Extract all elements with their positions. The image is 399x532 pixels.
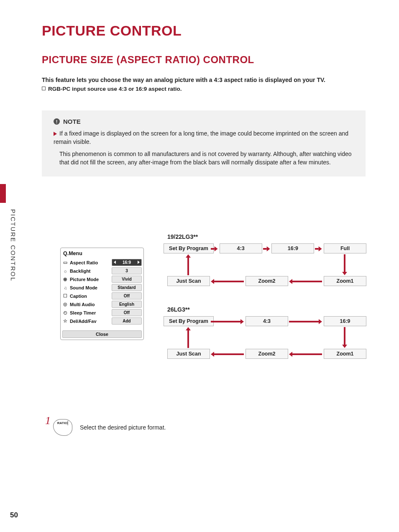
qmenu-row-value: 3 [112,267,142,274]
intro-text: This feature lets you choose the way an … [42,77,366,83]
page-title: PICTURE CONTROL [42,23,366,39]
qmenu-row-value: English [112,301,142,308]
eye-icon: ◉ [62,277,68,282]
qmenu-row[interactable]: ☐CaptionOff [62,292,142,299]
fav-icon: ☆ [62,319,68,324]
vertical-section-label: PICTURE CONTROL [10,209,17,281]
arrow-right-icon [211,319,244,324]
audio-icon: ◎ [62,302,68,307]
svg-marker-21 [289,352,292,357]
qmenu-row[interactable]: ⏲Sleep TimerOff [62,309,142,316]
flow-box: Zoom1 [324,276,366,286]
svg-marker-17 [319,319,322,324]
flow-box: Zoom2 [246,349,288,359]
arrow-right-icon [315,246,322,251]
side-accent-bar [0,184,6,203]
flow-box: 4:3 [246,316,288,326]
qmenu-row-label: Aspect Ratio [70,260,110,265]
arrow-up-icon [186,254,191,275]
qmenu-row-value: Vivid [112,276,142,283]
note-box: ! NOTE If a fixed image is displayed on … [42,110,366,176]
arrow-up-icon [186,327,191,348]
svg-marker-15 [240,319,244,324]
qmenu-row-value: Standard [112,284,142,291]
svg-marker-25 [186,327,191,330]
flow-box: Zoom2 [246,276,288,286]
svg-marker-11 [342,272,347,275]
svg-marker-23 [342,345,347,348]
qmenu-row[interactable]: ▭Aspect Ratio16:9 [62,259,142,266]
note-heading: ! NOTE [54,118,354,125]
step-text: Select the desired picture format. [80,424,166,431]
flow-diagram: Set By Program4:316:9Just ScanZoom2Zoom1 [167,316,366,365]
remote-button-pill [67,421,68,425]
arrow-left-icon [289,352,322,357]
clock-icon: ⏲ [62,310,68,315]
arrow-left-icon [211,279,244,284]
qmenu-row[interactable]: ◎Multi AudioEnglish [62,301,142,308]
info-icon: ! [54,118,60,125]
qmenu-row[interactable]: ☼Backlight3 [62,267,142,274]
note-icon: ♫ [62,285,68,290]
qmenu-row[interactable]: ◉Picture ModeVivid [62,276,142,283]
svg-marker-1 [215,246,218,251]
ratio-button-label: RATIO [57,421,67,425]
qmenu-row-value: Add [112,317,142,325]
note-heading-text: NOTE [63,118,81,125]
flow-box: Zoom1 [324,349,366,359]
step-row: 1 RATIO Select the desired picture forma… [45,419,166,436]
flow-box: Just Scan [167,276,210,286]
flow-box: Just Scan [167,349,210,359]
rect-icon: ▭ [62,260,68,265]
qmenu-row-label: Picture Mode [70,277,110,282]
ratio-remote-button[interactable]: RATIO [53,419,72,436]
qmenu-row-label: Caption [70,294,110,299]
qmenu-row-label: Sound Mode [70,285,110,290]
qmenu-row-value: Off [112,292,142,299]
qmenu-row-label: Del/Add/Fav [70,319,110,324]
qmenu-row-label: Sleep Timer [70,310,110,315]
svg-marker-19 [211,352,214,357]
arrow-left-icon [211,352,244,357]
qmenu-row-value: 16:9 [112,259,142,266]
page-content: PICTURE CONTROL PICTURE SIZE (ASPECT RAT… [42,23,366,176]
svg-marker-5 [319,246,322,251]
flow-diagram: Set By Program4:316:9FullJust ScanZoom2Z… [167,243,366,292]
svg-marker-9 [289,279,292,284]
sun-icon: ☼ [62,269,68,274]
intro-note: RGB-PC input source use 4:3 or 16:9 aspe… [42,86,366,92]
flow-box: Full [324,243,366,253]
arrow-right-icon [263,246,270,251]
model-label: 26LG3** [167,306,366,313]
arrow-left-icon [289,279,322,284]
arrow-right-icon [211,246,218,251]
qmenu-row[interactable]: ♫Sound ModeStandard [62,284,142,291]
flow-box: 16:9 [271,243,314,253]
arrow-down-icon [342,254,347,275]
qmenu-row-label: Backlight [70,269,110,274]
svg-marker-3 [266,246,270,251]
arrow-down-icon [342,327,347,348]
flow-box: Set By Program [164,243,214,253]
step-number: 1 [45,414,51,427]
qmenu-title: Q.Menu [63,251,141,256]
page-number: 50 [10,511,18,519]
qmenu-row[interactable]: ☆Del/Add/FavAdd [62,317,142,325]
qmenu-close-button[interactable]: Close [62,330,142,338]
flow-box: 16:9 [324,316,366,326]
caption-icon: ☐ [62,294,68,299]
qmenu-row-label: Multi Audio [70,302,110,307]
triangle-bullet-icon [54,132,57,136]
flow-diagrams: 19/22LG3**Set By Program4:316:9FullJust … [167,233,366,379]
model-label: 19/22LG3** [167,233,366,240]
page-subtitle: PICTURE SIZE (ASPECT RATIO) CONTROL [42,54,366,66]
qmenu-row-value: Off [112,309,142,316]
svg-marker-7 [211,279,214,284]
flow-box: 4:3 [220,243,262,253]
note-body: If a fixed image is displayed on the scr… [54,129,354,166]
flow-box: Set By Program [164,316,214,326]
arrow-right-icon [289,319,322,324]
qmenu-panel: Q.Menu ▭Aspect Ratio16:9☼Backlight3◉Pict… [60,248,144,340]
svg-marker-13 [186,254,191,258]
